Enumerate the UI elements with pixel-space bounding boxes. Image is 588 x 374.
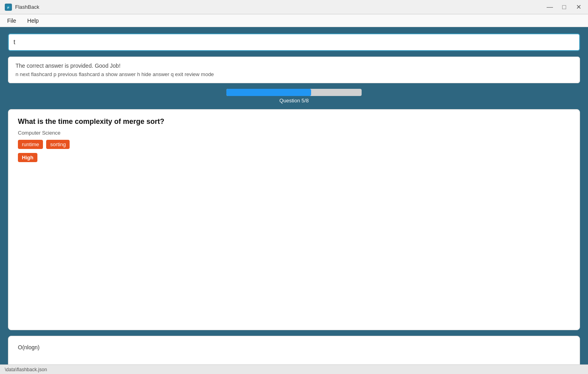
question-card: What is the time complexity of merge sor… bbox=[8, 109, 580, 330]
menu-file[interactable]: File bbox=[5, 17, 19, 25]
progress-bar-container bbox=[226, 89, 362, 96]
close-button[interactable]: ✕ bbox=[574, 2, 583, 12]
tag-runtime: runtime bbox=[18, 140, 43, 149]
difficulty-row: High bbox=[18, 153, 570, 162]
progress-bar-fill bbox=[226, 89, 311, 96]
title-bar: F FlashBack — □ ✕ bbox=[0, 0, 588, 14]
answer-card: O(nlogn) bbox=[8, 336, 580, 368]
app-title: FlashBack bbox=[15, 4, 39, 10]
difficulty-badge: High bbox=[18, 153, 37, 162]
answer-text: O(nlogn) bbox=[18, 344, 570, 351]
maximize-button[interactable]: □ bbox=[559, 2, 569, 12]
question-category: Computer Science bbox=[18, 130, 570, 136]
title-bar-left: F FlashBack bbox=[5, 4, 39, 11]
menu-help[interactable]: Help bbox=[25, 17, 41, 25]
menu-bar: File Help bbox=[0, 14, 588, 27]
app-icon: F bbox=[5, 4, 12, 11]
command-input[interactable] bbox=[8, 33, 580, 51]
title-bar-controls: — □ ✕ bbox=[545, 2, 583, 12]
info-line2: n next flashcard p previous flashcard a … bbox=[16, 71, 572, 77]
minimize-button[interactable]: — bbox=[545, 2, 555, 12]
progress-section: Question 5/8 bbox=[8, 89, 580, 104]
tag-sorting: sorting bbox=[46, 140, 70, 149]
info-line1: The correct answer is provided. Good Job… bbox=[16, 63, 572, 69]
info-box: The correct answer is provided. Good Job… bbox=[8, 57, 580, 83]
progress-label: Question 5/8 bbox=[279, 98, 309, 104]
question-title: What is the time complexity of merge sor… bbox=[18, 117, 570, 126]
svg-text:F: F bbox=[8, 6, 10, 10]
app-body: The correct answer is provided. Good Job… bbox=[0, 27, 588, 374]
status-bar: \data\flashback.json bbox=[0, 364, 588, 374]
tags-row: runtime sorting bbox=[18, 140, 570, 149]
status-text: \data\flashback.json bbox=[5, 367, 47, 372]
